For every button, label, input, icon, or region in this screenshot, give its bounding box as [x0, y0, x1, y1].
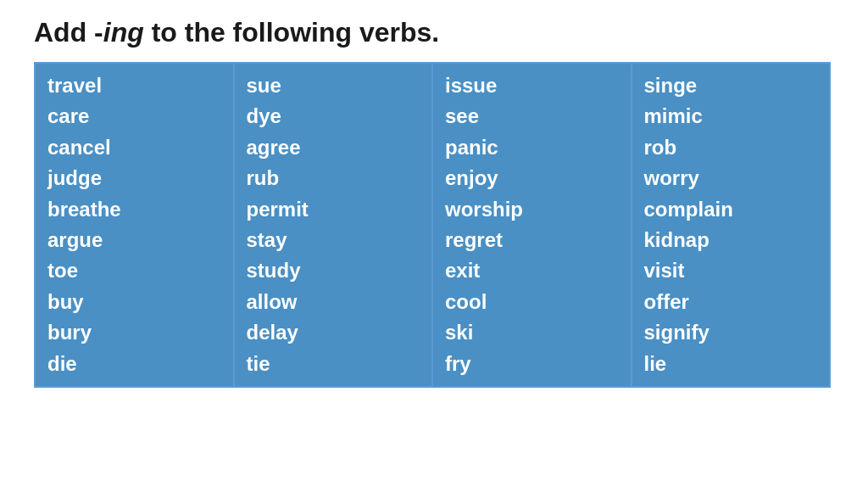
list-item: allow — [247, 288, 420, 316]
list-item: sue — [247, 72, 420, 99]
list-item: issue — [445, 72, 619, 99]
list-item: dye — [247, 103, 420, 130]
list-item: visit — [644, 257, 818, 284]
verbs-table: travelcarecanceljudgebreathearguetoebuyb… — [34, 62, 831, 388]
list-item: regret — [445, 227, 619, 254]
list-item: exit — [445, 257, 619, 284]
list-item: kidnap — [644, 227, 818, 254]
list-item: ski — [445, 319, 619, 346]
list-item: panic — [445, 134, 619, 161]
list-item: see — [445, 103, 619, 130]
list-item: worry — [644, 165, 818, 192]
page-title: Add -ing to the following verbs. — [34, 17, 439, 48]
list-item: permit — [247, 196, 420, 223]
list-item: fry — [445, 350, 619, 378]
list-item: cancel — [47, 134, 221, 161]
list-item: signify — [644, 319, 818, 346]
list-item: singe — [644, 72, 818, 99]
verb-column-3: issueseepanicenjoyworshipregretexitcools… — [433, 64, 632, 386]
list-item: mimic — [644, 103, 818, 130]
list-item: argue — [47, 227, 221, 254]
list-item: offer — [644, 288, 818, 316]
list-item: buy — [47, 288, 221, 316]
list-item: worship — [445, 196, 619, 223]
list-item: delay — [247, 319, 420, 346]
list-item: cool — [445, 288, 619, 316]
list-item: agree — [247, 134, 420, 161]
list-item: care — [47, 103, 221, 130]
list-item: complain — [644, 196, 818, 223]
verb-column-1: travelcarecanceljudgebreathearguetoebuyb… — [36, 64, 235, 386]
list-item: lie — [644, 350, 818, 378]
list-item: die — [47, 350, 221, 378]
list-item: rob — [644, 134, 818, 161]
list-item: tie — [247, 350, 420, 378]
list-item: breathe — [47, 196, 221, 223]
list-item: travel — [47, 72, 221, 99]
verb-column-2: suedyeagreerubpermitstaystudyallowdelayt… — [235, 64, 434, 386]
list-item: stay — [247, 227, 420, 254]
list-item: bury — [47, 319, 221, 346]
list-item: toe — [47, 257, 221, 284]
list-item: study — [247, 257, 420, 284]
list-item: enjoy — [445, 165, 619, 192]
list-item: judge — [47, 165, 221, 192]
list-item: rub — [247, 165, 420, 192]
verb-column-4: singemimicrobworrycomplainkidnapvisitoff… — [632, 64, 830, 386]
